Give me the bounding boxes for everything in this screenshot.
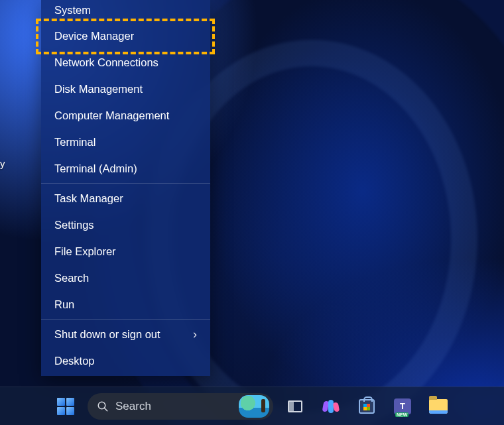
task-view-button[interactable] (281, 393, 309, 420)
winx-item-label: Terminal (54, 136, 95, 149)
winx-context-menu: System Device Manager Network Connection… (41, 0, 210, 376)
copilot-button[interactable] (317, 393, 345, 420)
winx-item-settings[interactable]: Settings (41, 212, 210, 238)
svg-line-1 (104, 408, 107, 411)
winx-item-terminal[interactable]: Terminal (41, 129, 210, 155)
winx-item-task-manager[interactable]: Task Manager (41, 185, 210, 212)
desktop-wallpaper: y System Device Manager Network Connecti… (0, 0, 504, 425)
winx-separator (41, 319, 210, 320)
desktop-icon-label-fragment: y (0, 158, 5, 169)
winx-item-system[interactable]: System (41, 0, 210, 23)
chevron-right-icon: › (193, 328, 197, 341)
winx-separator (41, 183, 210, 184)
winx-item-label: Shut down or sign out (54, 328, 160, 341)
search-icon (97, 400, 109, 412)
winx-item-disk-management[interactable]: Disk Management (41, 76, 210, 102)
winx-item-label: Task Manager (54, 192, 123, 205)
winx-item-label: Desktop (54, 355, 95, 367)
winx-item-label: Settings (54, 219, 94, 231)
winx-item-network-connections[interactable]: Network Connections (41, 49, 210, 76)
winx-item-desktop[interactable]: Desktop (41, 347, 210, 374)
teams-letter: T (400, 401, 405, 411)
winx-item-label: Computer Management (54, 109, 169, 122)
search-highlight-image-icon[interactable] (239, 395, 269, 418)
copilot-icon (323, 398, 339, 414)
file-explorer-icon (429, 399, 448, 414)
taskbar-search-box[interactable] (88, 393, 273, 420)
winx-item-terminal-admin[interactable]: Terminal (Admin) (41, 155, 210, 182)
winx-item-label: Terminal (Admin) (54, 162, 137, 175)
winx-item-label: Device Manager (54, 30, 134, 42)
winx-item-device-manager[interactable]: Device Manager (41, 23, 210, 49)
winx-item-label: System (54, 4, 91, 17)
winx-item-label: Run (54, 298, 74, 311)
teams-new-badge: NEW (395, 412, 409, 417)
task-view-icon (288, 400, 302, 412)
file-explorer-button[interactable] (424, 393, 452, 420)
winx-item-file-explorer[interactable]: File Explorer (41, 238, 210, 265)
microsoft-store-icon (359, 399, 375, 414)
winx-item-label: Network Connections (54, 56, 158, 69)
winx-item-label: File Explorer (54, 245, 116, 258)
winx-item-shutdown-signout[interactable]: Shut down or sign out › (41, 321, 210, 347)
winx-item-computer-management[interactable]: Computer Management (41, 102, 210, 129)
winx-item-run[interactable]: Run (41, 291, 210, 318)
taskbar: T NEW (0, 387, 504, 425)
winx-item-label: Search (54, 272, 89, 284)
teams-button[interactable]: T NEW (389, 393, 416, 420)
teams-icon: T NEW (394, 398, 411, 414)
windows-logo-icon (57, 398, 74, 415)
winx-item-label: Disk Management (54, 83, 143, 95)
microsoft-store-button[interactable] (353, 393, 381, 420)
winx-item-search[interactable]: Search (41, 265, 210, 291)
start-button[interactable] (52, 393, 80, 420)
